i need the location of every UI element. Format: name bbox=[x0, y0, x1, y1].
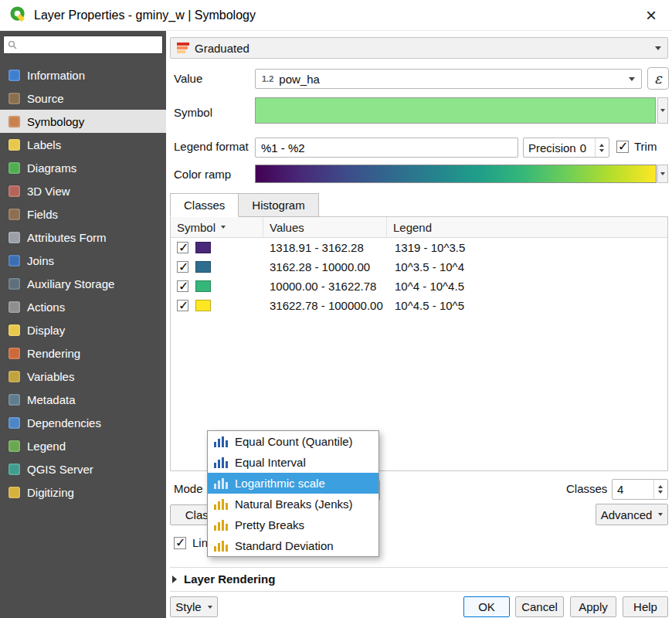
class-color-swatch[interactable] bbox=[195, 280, 211, 292]
sidebar-item-variables[interactable]: Variables bbox=[0, 365, 166, 388]
mode-dropdown-menu: Equal Count (Quantile) Equal Interval Lo… bbox=[207, 430, 379, 557]
3d-view-icon bbox=[8, 185, 20, 197]
class-row[interactable]: 31622.78 - 100000.00 10^4.5 - 10^5 bbox=[171, 296, 667, 315]
digitizing-icon bbox=[8, 487, 20, 498]
class-row[interactable]: 10000.00 - 31622.78 10^4 - 10^4.5 bbox=[171, 277, 667, 296]
value-label: Value bbox=[174, 72, 202, 85]
search-icon bbox=[8, 40, 17, 49]
auxiliary-storage-icon bbox=[8, 278, 20, 290]
symbol-dropdown-button[interactable] bbox=[657, 97, 668, 124]
sidebar-item-display[interactable]: Display bbox=[0, 318, 166, 341]
sidebar-item-metadata[interactable]: Metadata bbox=[0, 388, 166, 411]
color-ramp-label: Color ramp bbox=[174, 168, 231, 181]
chevron-down-icon bbox=[660, 172, 665, 175]
sidebar-item-joins[interactable]: Joins bbox=[0, 249, 166, 272]
renderer-combo[interactable]: Graduated bbox=[170, 37, 668, 59]
close-button[interactable]: × bbox=[640, 6, 663, 25]
precision-label: Precision bbox=[528, 141, 576, 154]
legend-format-label: Legend format bbox=[174, 140, 249, 153]
qgis-logo-icon bbox=[9, 5, 27, 25]
spinner-arrows[interactable] bbox=[595, 138, 604, 157]
symbol-label: Symbol bbox=[174, 106, 212, 119]
rendering-icon bbox=[8, 348, 20, 359]
class-values: 3162.28 - 10000.00 bbox=[263, 260, 387, 273]
advanced-button[interactable]: Advanced bbox=[596, 504, 668, 525]
link-class-boundaries-checkbox[interactable] bbox=[174, 537, 186, 549]
class-row[interactable]: 1318.91 - 3162.28 1319 - 10^3.5 bbox=[171, 238, 667, 257]
class-values: 10000.00 - 31622.78 bbox=[263, 280, 387, 293]
sidebar-item-diagrams[interactable]: Diagrams bbox=[0, 156, 166, 179]
value-field-name: pow_ha bbox=[279, 73, 320, 86]
sidebar-item-digitizing[interactable]: Digitizing bbox=[0, 480, 166, 504]
sidebar-item-labels[interactable]: Labels bbox=[0, 133, 166, 156]
class-color-swatch[interactable] bbox=[195, 261, 211, 273]
classes-spinbox[interactable]: 4 bbox=[612, 479, 668, 500]
sidebar-item-fields[interactable]: Fields bbox=[0, 202, 166, 226]
class-visibility-checkbox[interactable] bbox=[177, 242, 188, 253]
tab-histogram[interactable]: Histogram bbox=[239, 193, 318, 217]
column-header-symbol[interactable]: Symbol bbox=[171, 217, 263, 237]
help-button[interactable]: Help bbox=[623, 596, 668, 617]
histogram-icon bbox=[214, 436, 228, 447]
renderer-value: Graduated bbox=[195, 42, 249, 55]
sidebar-item-information[interactable]: Information bbox=[0, 63, 166, 87]
sidebar-item-qgis-server[interactable]: QGIS Server bbox=[0, 457, 166, 480]
cancel-button[interactable]: Cancel bbox=[515, 596, 564, 617]
menu-item-logarithmic-scale[interactable]: Logarithmic scale bbox=[208, 473, 378, 494]
sidebar-search-input[interactable] bbox=[20, 39, 158, 51]
menu-item-equal-interval[interactable]: Equal Interval bbox=[208, 452, 378, 473]
style-button[interactable]: Style bbox=[170, 596, 218, 617]
class-visibility-checkbox[interactable] bbox=[177, 261, 188, 273]
class-color-swatch[interactable] bbox=[195, 242, 211, 253]
tab-classes[interactable]: Classes bbox=[170, 193, 239, 217]
sidebar-item-symbology[interactable]: Symbology bbox=[0, 110, 166, 133]
column-header-values[interactable]: Values bbox=[263, 217, 387, 237]
trim-checkbox[interactable] bbox=[616, 141, 629, 153]
class-color-swatch[interactable] bbox=[195, 300, 211, 311]
chevron-right-icon bbox=[172, 576, 177, 583]
legend-format-input[interactable] bbox=[255, 138, 518, 158]
sidebar-item-rendering[interactable]: Rendering bbox=[0, 341, 166, 365]
dependencies-icon bbox=[8, 417, 20, 429]
histogram-icon bbox=[214, 457, 228, 468]
decimal-field-icon: 1.2 bbox=[262, 74, 273, 83]
color-ramp-preview[interactable] bbox=[255, 165, 657, 183]
menu-item-natural-breaks[interactable]: Natural Breaks (Jenks) bbox=[208, 494, 378, 514]
column-header-legend[interactable]: Legend bbox=[387, 217, 667, 237]
menu-item-equal-count[interactable]: Equal Count (Quantile) bbox=[208, 431, 378, 452]
apply-button[interactable]: Apply bbox=[570, 596, 616, 617]
value-field-combo[interactable]: 1.2 pow_ha bbox=[255, 69, 642, 89]
sidebar-item-source[interactable]: Source bbox=[0, 87, 166, 110]
trim-checkbox-group: Trim bbox=[616, 140, 657, 153]
joins-icon bbox=[8, 255, 20, 267]
layer-properties-window: Layer Properties - gminy_w | Symbology ×… bbox=[0, 0, 672, 618]
class-visibility-checkbox[interactable] bbox=[177, 280, 188, 292]
sidebar-item-legend[interactable]: Legend bbox=[0, 434, 166, 457]
menu-item-pretty-breaks[interactable]: Pretty Breaks bbox=[208, 514, 378, 535]
class-row[interactable]: 3162.28 - 10000.00 10^3.5 - 10^4 bbox=[171, 257, 667, 277]
sidebar-item-attributes-form[interactable]: Attributes Form bbox=[0, 226, 166, 249]
class-legend: 1319 - 10^3.5 bbox=[387, 241, 667, 254]
class-visibility-checkbox[interactable] bbox=[177, 300, 188, 311]
symbology-icon bbox=[8, 116, 20, 127]
color-ramp-dropdown-button[interactable] bbox=[657, 165, 668, 183]
sidebar-search[interactable] bbox=[3, 36, 163, 54]
menu-item-standard-deviation[interactable]: Standard Deviation bbox=[208, 535, 378, 556]
sidebar-item-dependencies[interactable]: Dependencies bbox=[0, 411, 166, 434]
sidebar: Information Source Symbology Labels Diag… bbox=[0, 31, 166, 618]
tabbar: Classes Histogram bbox=[170, 193, 319, 217]
layer-rendering-header[interactable]: Layer Rendering bbox=[172, 572, 275, 586]
sidebar-item-3d-view[interactable]: 3D View bbox=[0, 179, 166, 202]
table-header: Symbol Values Legend bbox=[171, 217, 667, 238]
expression-builder-button[interactable]: ε bbox=[647, 67, 669, 90]
precision-spinbox[interactable]: Precision 0 bbox=[523, 138, 609, 158]
symbol-preview[interactable] bbox=[255, 97, 656, 124]
spinner-arrows[interactable] bbox=[653, 480, 663, 499]
sidebar-item-auxiliary-storage[interactable]: Auxiliary Storage bbox=[0, 272, 166, 295]
histogram-icon bbox=[214, 498, 228, 510]
labels-icon bbox=[8, 139, 20, 151]
sidebar-item-actions[interactable]: Actions bbox=[0, 295, 166, 318]
ok-button[interactable]: OK bbox=[463, 596, 510, 617]
diagrams-icon bbox=[8, 162, 20, 174]
titlebar: Layer Properties - gminy_w | Symbology × bbox=[0, 0, 672, 31]
